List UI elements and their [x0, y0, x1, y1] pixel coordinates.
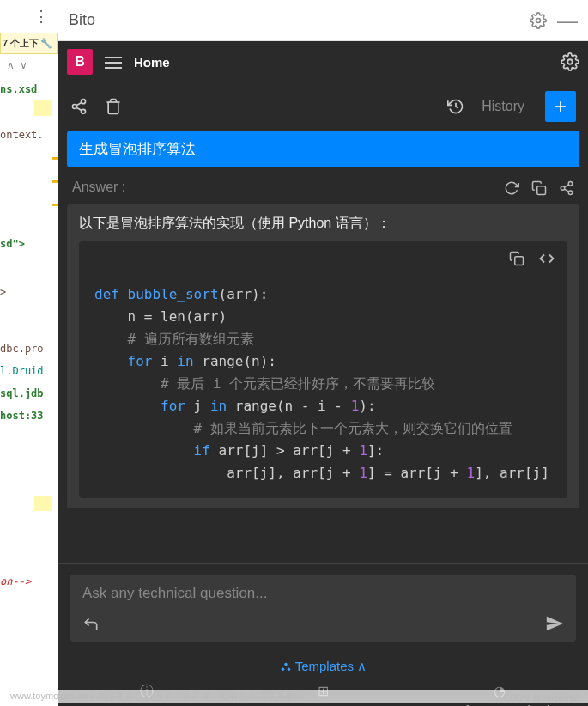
home-label[interactable]: Home [134, 55, 561, 70]
question-input[interactable]: Ask any technical question... [70, 575, 576, 642]
chat-content: 生成冒泡排序算法 Answer : 以下是冒泡排序算法的实现（使用 Python… [58, 131, 588, 563]
code-fragment: ns.xsd ontext. ▬ ▬ ▬ sd"> > dbc.pro l.Dr… [0, 76, 58, 594]
editor-gutter: ⋮ 7 个上下🔧 ∧∨ ns.xsd ontext. ▬ ▬ ▬ sd"> > … [0, 0, 58, 706]
svg-point-0 [536, 18, 541, 22]
svg-point-4 [567, 59, 573, 64]
refresh-icon[interactable] [504, 180, 519, 196]
svg-point-7 [82, 109, 86, 113]
title-bar: Bito — [58, 0, 588, 41]
settings-icon[interactable] [530, 12, 547, 29]
svg-point-6 [73, 105, 77, 109]
copy-code-icon[interactable] [509, 250, 524, 266]
history-label[interactable]: History [482, 99, 524, 114]
svg-point-5 [82, 100, 86, 104]
svg-point-19 [288, 668, 291, 672]
svg-rect-10 [537, 186, 546, 195]
copy-icon[interactable] [531, 180, 547, 196]
svg-point-13 [568, 191, 573, 195]
code-content: def bubble_sort(arr): n = len(arr) # 遍历所… [79, 275, 567, 498]
hint-banner: 7 个上下🔧 [0, 33, 58, 54]
answer-label: Answer : [72, 180, 492, 195]
svg-line-15 [564, 185, 568, 187]
answer-intro: 以下是冒泡排序算法的实现（使用 Python 语言）： [79, 215, 567, 233]
toolbar: History + [58, 82, 588, 131]
new-chat-button[interactable]: + [545, 91, 576, 122]
user-question: 生成冒泡排序算法 [67, 131, 579, 167]
svg-rect-3 [105, 67, 122, 69]
insert-code-icon[interactable] [538, 250, 555, 266]
minimize-icon[interactable]: — [557, 9, 578, 33]
menu-icon[interactable] [105, 54, 125, 70]
history-icon[interactable] [447, 98, 464, 115]
undo-icon[interactable] [82, 615, 100, 633]
svg-rect-16 [515, 256, 524, 265]
watermark: www.toymoban.com 网络图片仅供展示，非存储，如有侵权请联系删除。 [0, 690, 588, 703]
watermark-author: CSDN @citizenW [503, 692, 578, 703]
app-header: B Home [58, 41, 588, 82]
svg-rect-1 [105, 57, 122, 58]
templates-toggle[interactable]: Templates ∧ [58, 659, 588, 679]
delete-icon[interactable] [105, 98, 122, 115]
bito-logo: B [67, 49, 93, 75]
kebab-menu-icon[interactable]: ⋮ [33, 7, 49, 26]
send-icon[interactable] [545, 614, 564, 633]
answer-header: Answer : [67, 176, 579, 204]
answer-body: 以下是冒泡排序算法的实现（使用 Python 语言）： def bubble_s… [67, 204, 579, 508]
share-icon[interactable] [70, 98, 88, 115]
app-title: Bito [69, 11, 530, 29]
svg-point-11 [568, 181, 573, 186]
input-placeholder: Ask any technical question... [82, 585, 267, 601]
svg-line-9 [76, 102, 82, 105]
svg-rect-2 [105, 62, 122, 64]
code-block: def bubble_sort(arr): n = len(arr) # 遍历所… [79, 241, 567, 498]
share-answer-icon[interactable] [559, 180, 574, 196]
svg-line-14 [564, 189, 568, 192]
chevron-up-icon: ∧ [357, 659, 367, 673]
svg-line-8 [76, 107, 82, 110]
collapse-icon[interactable]: ∧ [7, 59, 15, 71]
header-settings-icon[interactable] [561, 52, 579, 71]
bito-panel: Bito — B Home History + 生成冒泡排序算法 Answer … [58, 0, 588, 706]
expand-icon[interactable]: ∨ [20, 59, 27, 71]
input-area: Ask any technical question... [58, 563, 588, 652]
svg-point-18 [282, 668, 285, 672]
svg-point-12 [561, 186, 565, 191]
svg-point-17 [284, 663, 288, 666]
